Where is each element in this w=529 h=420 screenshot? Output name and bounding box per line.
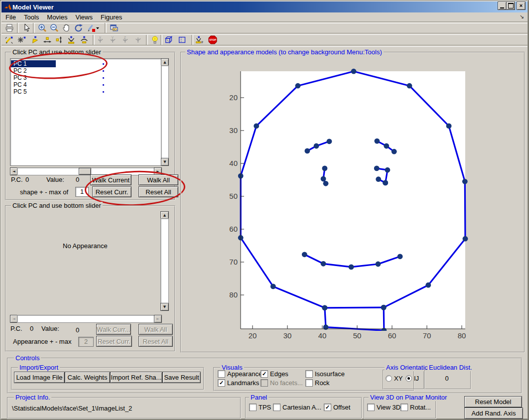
landmark-marker [392,149,397,154]
visuals-checkbox-edges[interactable]: ✓Edges [261,370,288,378]
zoom-out-icon[interactable] [49,22,60,33]
stop-icon[interactable]: STOP [207,34,218,45]
radio-icon [405,375,412,382]
link-figure-icon[interactable] [109,22,120,33]
checkbox-label: Offset [333,404,350,411]
landmark-numbers-icon[interactable]: # [194,34,205,45]
scroll-down-button[interactable]: ▼ [160,303,169,311]
scrollbar-track[interactable] [161,65,169,159]
pc-number: 0 [25,176,29,183]
visuals-checkbox-rock[interactable]: Rock [305,379,330,387]
landmark-marker [314,143,319,149]
brush-color-icon[interactable] [86,22,97,33]
axis-orientation-radio-ij[interactable]: IJ [405,375,419,382]
arc-landmark-icon[interactable] [79,34,90,45]
brush-dropdown-caret-icon[interactable] [96,22,100,33]
panel-checkbox-offset[interactable]: ✓Offset [324,404,350,411]
checkbox-label: No facets... [270,379,303,387]
drop-landmarks-icon[interactable] [66,34,77,45]
import-export-title: Import/Export [18,364,60,371]
checkbox-label: Landmarks [227,379,259,387]
load-image-file-button[interactable]: Load Image File [14,372,65,383]
toolbar-separator [17,23,19,33]
pc-list-item[interactable]: PC 4 [11,81,158,88]
svg-text:STOP: STOP [209,38,216,41]
close-button[interactable]: × [517,1,526,10]
slider-right-button[interactable]: ► [154,315,162,323]
minimize-button[interactable] [498,1,507,10]
axis-y-icon[interactable]: Y [108,34,119,45]
visuals-checkbox-appearance[interactable]: Appearance [218,370,262,378]
cube-flat-icon[interactable] [177,34,188,45]
checkbox-label: Rock [315,379,330,387]
import-ref-shape-button[interactable]: Import Ref. Sha... [110,372,162,383]
scrollbar-track[interactable] [160,218,169,304]
pc-list-item[interactable]: PC 5 [11,88,158,95]
align-vertical-icon[interactable] [54,34,65,45]
appearance-pc-group-title: Click PC and use bottom slider [11,202,103,209]
shape-slider-thumb[interactable] [79,168,91,175]
toolbar-separator [160,35,162,45]
walk-current-button-disabled[interactable]: Walk Curr... [96,324,131,335]
panel-checkbox-tps[interactable]: TPS [249,404,271,411]
pan-icon[interactable] [61,22,72,33]
menu-movies[interactable]: Movies [43,13,71,21]
panel-title: Panel [249,394,268,401]
landmark-marker [376,262,381,267]
landmark-marker [374,166,380,171]
landmark-flag-icon[interactable] [30,34,41,45]
print-icon[interactable] [4,22,15,33]
checkbox-icon [218,370,225,378]
rotate-3d-icon[interactable] [73,22,84,33]
walk-all-button-disabled[interactable]: Walk All [138,324,173,335]
menu-file[interactable]: File [1,13,20,21]
menu-figures[interactable]: Figures [97,13,126,21]
menu-tools[interactable]: Tools [20,13,43,21]
panel-checkbox-cartesian-a[interactable]: Cartesian A... [273,404,321,411]
project-info-title: Project Info. [14,394,51,401]
align-horizontal-icon[interactable] [42,34,53,45]
radio-icon [386,375,392,382]
axis-orientation-radio-xy[interactable]: XY [386,375,402,382]
maximize-button[interactable] [506,1,515,10]
pc-label: P.C. [10,325,22,332]
view3d-checkbox-rotat[interactable]: Rotat... [400,404,431,411]
axis-x-icon[interactable]: X [96,34,107,45]
shape-max-label: shape + - max of [20,188,68,196]
visuals-checkbox-no-facets[interactable]: No facets... [261,379,303,387]
checkbox-icon: ✓ [218,379,225,387]
landmark-pen-icon[interactable] [4,34,15,45]
pointer-icon[interactable] [21,22,32,33]
euclidean-value: 0 [424,375,469,382]
checkbox-icon [273,404,280,411]
cube-3d-icon[interactable] [163,34,174,45]
scroll-down-button[interactable]: ▼ [161,158,169,166]
reset-model-button[interactable]: Reset Model [464,396,522,408]
appearance-slider-track[interactable] [17,315,155,323]
dock-arrow-icon[interactable]: ↘ [520,13,524,20]
view3d-checkbox-view-3d[interactable]: View 3D [367,404,400,411]
pc-list-marker [103,77,104,79]
axis-free-icon[interactable] [133,34,144,45]
project-path: \StatisticalModels\face\Set_1\ImageList_… [12,405,132,412]
visuals-checkbox-landmarks[interactable]: ✓Landmarks [218,379,259,387]
checkbox-icon [367,404,375,411]
zoom-in-icon[interactable] [37,22,48,33]
visuals-checkbox-isosurface[interactable]: Isosurface [305,370,345,378]
value-label: Value: [46,176,64,183]
menu-views[interactable]: Views [72,13,97,21]
landmark-star-icon[interactable] [16,34,27,45]
reset-current-button-disabled[interactable]: Reset Curr. [96,336,132,347]
add-rand-axis-button[interactable]: Add Rand. Axis [464,408,523,419]
save-result-button[interactable]: Save Result [162,372,201,383]
axis-z-icon[interactable]: Z [121,34,132,45]
reset-all-button-disabled[interactable]: Reset All [138,336,173,347]
appearance-max-input[interactable]: 2 [78,337,94,347]
landmark-marker [322,166,328,171]
checkbox-label: Isosurface [315,370,345,378]
calc-weights-button[interactable]: Calc. Weights [65,372,110,383]
x-tick-label: 20 [249,331,257,340]
landmark-marker [254,123,259,129]
light-bulb-icon[interactable] [149,34,160,45]
checkbox-icon: ✓ [324,404,331,411]
